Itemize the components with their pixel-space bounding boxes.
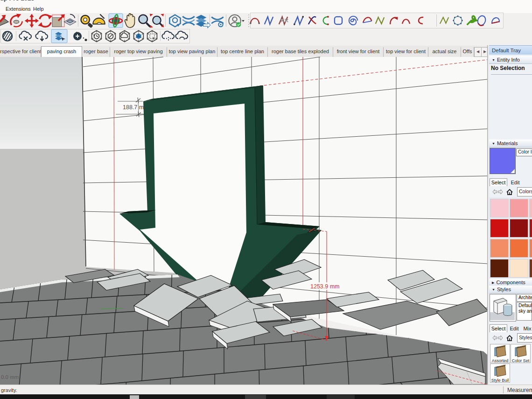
svg-text:0.0 mm: 0.0 mm	[1, 374, 19, 380]
svg-text:1253.9 mm: 1253.9 mm	[310, 283, 340, 290]
